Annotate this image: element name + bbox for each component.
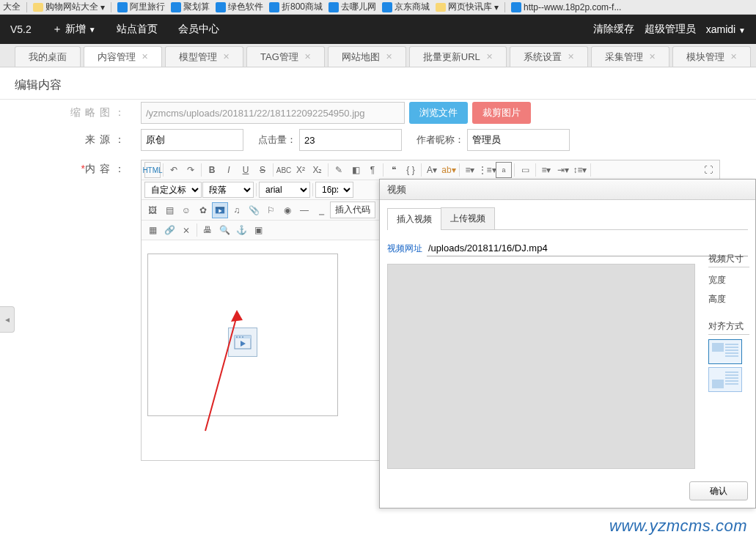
- multi-image-icon[interactable]: ▤: [161, 202, 177, 218]
- tab-batch-url[interactable]: 批量更新URL✕: [409, 46, 507, 67]
- bookmark-item[interactable]: 阿里旅行: [117, 1, 165, 13]
- underline-icon[interactable]: U: [238, 162, 254, 178]
- bookmark-item[interactable]: 折800商城: [269, 1, 323, 13]
- bookmark-item[interactable]: 聚划算: [171, 1, 210, 13]
- role-label: 超级管理员: [645, 23, 696, 36]
- tab-collect[interactable]: 采集管理✕: [591, 46, 669, 67]
- indent-icon[interactable]: ⇥▾: [555, 162, 571, 178]
- tab-model[interactable]: 模型管理✕: [165, 46, 243, 67]
- quote-icon[interactable]: ❝: [386, 162, 402, 178]
- close-icon[interactable]: ✕: [649, 52, 656, 62]
- fontcolor-icon[interactable]: A▾: [424, 162, 440, 178]
- close-icon[interactable]: ✕: [223, 52, 230, 62]
- eraser-icon[interactable]: ◧: [348, 162, 364, 178]
- close-icon[interactable]: ✕: [568, 52, 574, 62]
- undo-icon[interactable]: ↶: [166, 162, 182, 178]
- format-icon[interactable]: ¶: [364, 162, 381, 178]
- search-icon[interactable]: 🔍: [216, 222, 232, 238]
- bgcolor-icon[interactable]: ab▾: [441, 162, 457, 178]
- ol-icon[interactable]: ≡▾: [462, 162, 478, 178]
- video-icon[interactable]: [212, 202, 228, 218]
- hr-icon[interactable]: —: [296, 202, 312, 218]
- ok-button[interactable]: 确认: [689, 481, 748, 500]
- heading-select[interactable]: 自定义标题: [144, 182, 202, 198]
- italic-icon[interactable]: I: [221, 162, 237, 178]
- subscript-icon[interactable]: ABC: [276, 162, 292, 178]
- scrawl-icon[interactable]: ✿: [195, 202, 211, 218]
- insert-code-button[interactable]: 插入代码: [330, 201, 375, 218]
- emoji-icon[interactable]: ☺: [178, 202, 194, 218]
- select-icon[interactable]: a: [496, 162, 512, 178]
- clear-cache-button[interactable]: 清除缓存: [593, 23, 634, 36]
- close-icon[interactable]: ✕: [486, 52, 493, 62]
- align-heading: 对齐方式: [708, 320, 749, 335]
- hits-input[interactable]: [299, 129, 402, 151]
- bold-icon[interactable]: B: [204, 162, 220, 178]
- author-input[interactable]: [467, 129, 570, 151]
- tab-upload-video[interactable]: 上传视频: [441, 207, 495, 229]
- tab-sitemap[interactable]: 网站地图✕: [328, 46, 406, 67]
- pagebreak-icon[interactable]: ⎯: [313, 202, 329, 218]
- tab-content[interactable]: 内容管理✕: [84, 46, 162, 67]
- ul-icon[interactable]: ⋮≡▾: [479, 162, 495, 178]
- video-placeholder-icon[interactable]: [228, 328, 257, 357]
- bookmark-item[interactable]: 网页快讯库 ▾: [436, 1, 499, 13]
- redo-icon[interactable]: ↷: [183, 162, 199, 178]
- add-new-button[interactable]: ＋ 新增 ▼: [52, 23, 96, 36]
- ie-icon: [329, 2, 339, 12]
- align-option-top[interactable]: [708, 339, 742, 364]
- video-url-input[interactable]: [427, 240, 748, 256]
- fullscreen-icon[interactable]: ⛶: [700, 162, 716, 178]
- link-icon[interactable]: 🔗: [161, 222, 177, 238]
- brush-icon[interactable]: ✎: [331, 162, 347, 178]
- unlink-icon[interactable]: ⨯: [178, 222, 194, 238]
- tab-desktop[interactable]: 我的桌面: [15, 46, 81, 67]
- thumb-input[interactable]: [141, 102, 405, 124]
- tab-system[interactable]: 系统设置✕: [510, 46, 588, 67]
- tab-insert-video[interactable]: 插入视频: [387, 208, 441, 230]
- preview-icon[interactable]: ▣: [250, 222, 266, 238]
- attachment-icon[interactable]: 📎: [246, 202, 262, 218]
- svg-rect-1: [216, 207, 224, 208]
- image-icon[interactable]: 🖼: [144, 202, 161, 218]
- align-icon[interactable]: ≡▾: [538, 162, 554, 178]
- font-select[interactable]: arial: [259, 182, 310, 198]
- dialog-title[interactable]: 视频: [380, 180, 755, 200]
- user-menu[interactable]: xamidi ▼: [706, 23, 746, 35]
- superscript-icon[interactable]: X²: [293, 162, 309, 178]
- bookmark-item[interactable]: http--www.18p2p.com-f...: [511, 2, 621, 12]
- music-icon[interactable]: ♫: [229, 202, 245, 218]
- align-option-bottom[interactable]: [708, 367, 742, 392]
- map-icon[interactable]: ⚐: [263, 202, 279, 218]
- code-icon[interactable]: { }: [403, 162, 419, 178]
- nav-site-home[interactable]: 站点首页: [117, 23, 158, 36]
- tab-module[interactable]: 模块管理✕: [672, 46, 751, 67]
- content-frame: [147, 254, 338, 416]
- table-icon[interactable]: ▦: [144, 222, 161, 238]
- gmap-icon[interactable]: ◉: [279, 202, 296, 218]
- paragraph-select[interactable]: 段落: [202, 182, 254, 198]
- bookmark-item[interactable]: 大全: [3, 1, 21, 13]
- bookmark-item[interactable]: 去哪儿网: [329, 1, 376, 13]
- crop-button[interactable]: 裁剪图片: [472, 102, 531, 124]
- close-icon[interactable]: ✕: [730, 52, 737, 62]
- anchor-icon[interactable]: ⚓: [233, 222, 249, 238]
- html-source-button[interactable]: HTML: [144, 162, 161, 178]
- bookmark-item[interactable]: 绿色软件: [216, 1, 263, 13]
- close-icon[interactable]: ✕: [304, 52, 311, 62]
- close-icon[interactable]: ✕: [386, 52, 392, 62]
- source-input[interactable]: [141, 129, 243, 151]
- strikethrough-icon[interactable]: S: [254, 162, 271, 178]
- sidebar-collapse-button[interactable]: ◂: [0, 306, 15, 333]
- img-icon[interactable]: ▭: [517, 162, 533, 178]
- fontsize-select[interactable]: 16px: [315, 182, 353, 198]
- close-icon[interactable]: ✕: [142, 52, 148, 62]
- nav-member-center[interactable]: 会员中心: [178, 23, 219, 36]
- browse-button[interactable]: 浏览文件: [409, 102, 468, 124]
- subscript2-icon[interactable]: X₂: [309, 162, 326, 178]
- tab-tag[interactable]: TAG管理✕: [246, 46, 325, 67]
- print-icon[interactable]: 🖶: [199, 222, 216, 238]
- bookmark-item[interactable]: 京东商城: [382, 1, 430, 13]
- bookmark-item[interactable]: 购物网站大全 ▾: [33, 1, 105, 13]
- lineheight-icon[interactable]: ↕≡▾: [572, 162, 588, 178]
